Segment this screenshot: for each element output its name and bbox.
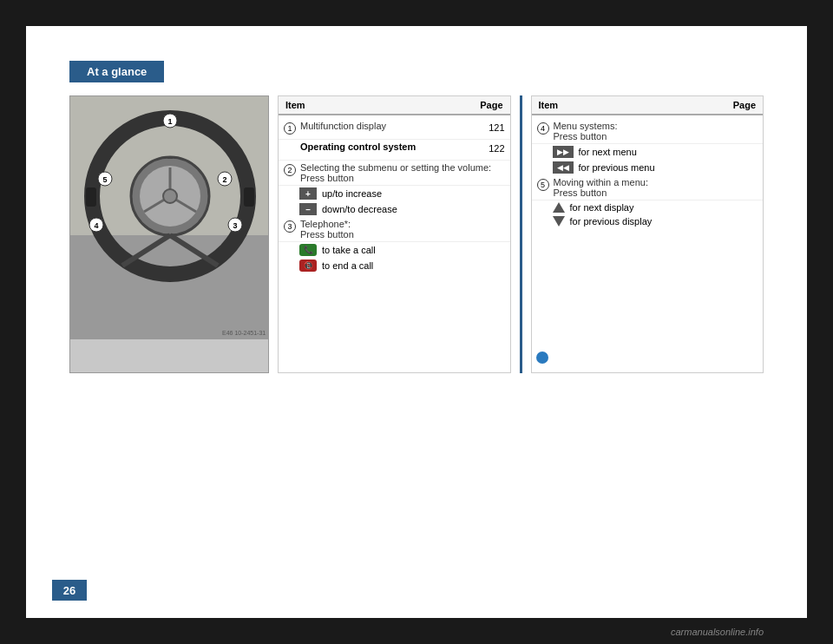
- row-content: Moving within a menu: Press button: [554, 177, 648, 198]
- sub-text-prev-display: for previous display: [570, 216, 653, 227]
- next-menu-icon: ▶▶: [553, 146, 574, 158]
- row-sub: Press button: [554, 131, 607, 141]
- sub-text-down: down/to decrease: [322, 204, 397, 214]
- table-body-1: 1 Multifunction display 121 Operating co…: [279, 115, 510, 277]
- row-label: Moving within a menu:: [554, 177, 648, 187]
- row-content: Selecting the submenu or setting the vol…: [300, 162, 491, 183]
- row-label: Multifunction display: [300, 121, 386, 131]
- sub-row: 📞 to take a call: [279, 242, 510, 258]
- table-row: Operating control system 122: [279, 140, 510, 161]
- page-number-text: 26: [63, 584, 75, 597]
- sub-text-next-menu: for next menu: [579, 147, 637, 157]
- sub-row: – down/to decrease: [279, 201, 510, 217]
- next-display-icon: [553, 202, 565, 213]
- row-number: 2: [284, 164, 296, 176]
- table-row: 3 Telephone*: Press button: [279, 217, 510, 242]
- sub-row: ◀◀ for previous menu: [532, 160, 764, 175]
- row-content: Operating control system: [300, 141, 475, 152]
- row-label-bold: Operating control system: [300, 141, 416, 152]
- svg-text:1: 1: [167, 117, 172, 126]
- row-label: Selecting the submenu or setting the vol…: [300, 162, 491, 173]
- prev-display-icon: [553, 216, 565, 227]
- steering-wheel-image: 1 2 3 4 5 E46 10-2451-31: [69, 95, 269, 373]
- row-number: 4: [537, 122, 549, 135]
- sub-text-up: up/to increase: [322, 188, 382, 199]
- sub-text-prev-menu: for previous menu: [579, 162, 655, 173]
- info-table-2: Item Page 4 Menu systems: Press button: [531, 95, 764, 373]
- col-header-item-2: Item: [532, 96, 725, 114]
- sub-row: ▶▶ for next menu: [532, 144, 764, 160]
- table-row: 4 Menu systems: Press button: [532, 119, 764, 144]
- row-sub: Press button: [300, 173, 354, 183]
- sub-text-take-call: to take a call: [322, 245, 376, 255]
- row-content: Multifunction display: [300, 121, 475, 131]
- table-header-1: Item Page: [279, 96, 510, 115]
- footer-url: carmanualsonline.info: [671, 627, 764, 637]
- section-header-text: At a glance: [87, 65, 147, 78]
- svg-rect-13: [244, 187, 254, 207]
- svg-text:4: 4: [94, 221, 98, 230]
- col-header-page-2: Page: [724, 96, 763, 114]
- row-sub: Press button: [554, 187, 607, 198]
- col-header-page-1: Page: [471, 96, 510, 114]
- sub-text-next-display: for next display: [570, 202, 634, 213]
- svg-point-8: [163, 189, 177, 203]
- table-row: 1 Multifunction display 121: [279, 119, 510, 140]
- row-label: Telephone*:: [300, 219, 351, 229]
- row-number: 5: [537, 179, 549, 191]
- table-body-2: 4 Menu systems: Press button ▶▶ for next…: [532, 115, 764, 232]
- content-area: 1 2 3 4 5 E46 10-2451-31 Item Page: [69, 95, 764, 373]
- row-sub: Press button: [300, 229, 354, 240]
- col-header-item-1: Item: [279, 96, 471, 114]
- row-page: 122: [475, 141, 505, 154]
- svg-text:E46 10-2451-31: E46 10-2451-31: [222, 330, 266, 336]
- row-number: 3: [284, 220, 296, 233]
- sub-row: + up/to increase: [279, 186, 510, 201]
- minus-button-icon: –: [299, 203, 317, 215]
- svg-rect-12: [86, 187, 96, 207]
- row-content: Telephone*: Press button: [300, 219, 354, 240]
- take-call-icon: 📞: [299, 244, 317, 256]
- svg-text:3: 3: [233, 221, 237, 230]
- blue-dot-indicator: [536, 352, 548, 364]
- row-page: 121: [475, 121, 505, 133]
- row-number: [284, 143, 296, 155]
- section-header: At a glance: [69, 61, 164, 82]
- svg-text:2: 2: [222, 175, 226, 184]
- vertical-divider: [520, 95, 522, 373]
- sub-row: for previous display: [532, 214, 764, 228]
- row-content: Menu systems: Press button: [554, 121, 618, 141]
- svg-text:5: 5: [102, 175, 107, 184]
- sub-text-end-call: to end a call: [322, 260, 373, 271]
- sub-row: for next display: [532, 200, 764, 214]
- page-number: 26: [52, 580, 87, 601]
- table-row: 2 Selecting the submenu or setting the v…: [279, 161, 510, 186]
- prev-menu-icon: ◀◀: [553, 161, 574, 174]
- info-table-1: Item Page 1 Multifunction display 121 Op…: [278, 95, 511, 373]
- sub-row: 📵 to end a call: [279, 258, 510, 273]
- end-call-icon: 📵: [299, 260, 317, 272]
- table-row: 5 Moving within a menu: Press button: [532, 175, 764, 200]
- plus-button-icon: +: [299, 187, 317, 200]
- tables-area: Item Page 1 Multifunction display 121 Op…: [278, 95, 764, 373]
- row-number: 1: [284, 122, 296, 135]
- table-header-2: Item Page: [532, 96, 764, 115]
- row-label: Menu systems:: [554, 121, 618, 131]
- svg-rect-1: [70, 235, 269, 339]
